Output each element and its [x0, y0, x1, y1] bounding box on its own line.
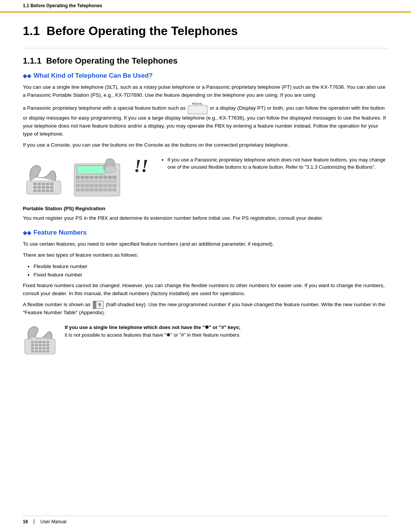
chapter-number: 1.1 [23, 24, 40, 38]
feature-para4: A flexible number is shown as 0 (half-sh… [23, 301, 388, 317]
svg-rect-2 [38, 183, 41, 185]
svg-rect-66 [46, 344, 49, 346]
feature-numbers-section: ◆◆ Feature Numbers To use certain featur… [23, 229, 388, 317]
phone-images-group [23, 156, 122, 198]
svg-rect-19 [81, 176, 84, 179]
svg-rect-17 [77, 166, 105, 174]
footer-manual-label: User Manual [40, 519, 66, 524]
subsection1-para2: a Panasonic proprietary telephone with a… [23, 102, 388, 138]
svg-rect-64 [39, 344, 41, 346]
svg-rect-45 [76, 189, 80, 191]
svg-rect-34 [108, 180, 112, 183]
svg-rect-40 [94, 184, 98, 187]
footer-divider [34, 519, 34, 524]
svg-rect-67 [31, 347, 34, 349]
subsection1-para2-pre: a Panasonic proprietary telephone with a… [23, 105, 186, 111]
svg-rect-53 [113, 189, 116, 191]
notice-text-box: If you use a Panasonic proprietary telep… [161, 156, 388, 173]
svg-rect-27 [76, 180, 80, 183]
svg-rect-57 [31, 341, 34, 343]
breadcrumb: 1.1 Before Operating the Telephones [0, 0, 411, 13]
feature-bullet-1: Flexible feature number [33, 262, 388, 271]
subsection1-para3-text: If you use a Console, you can use the bu… [23, 142, 289, 148]
svg-rect-51 [104, 189, 107, 191]
ps-registration-block: Portable Station (PS) Registration You m… [23, 205, 388, 222]
svg-rect-65 [43, 344, 45, 346]
svg-rect-32 [99, 180, 102, 183]
svg-rect-73 [35, 350, 38, 352]
page-number: 16 [23, 519, 28, 524]
svg-rect-42 [104, 184, 107, 187]
notice-bullets: If you use a Panasonic proprietary telep… [161, 156, 388, 171]
svg-rect-29 [85, 180, 89, 183]
svg-rect-49 [94, 189, 98, 191]
svg-rect-68 [35, 347, 38, 349]
svg-rect-11 [33, 190, 37, 192]
svg-rect-26 [113, 176, 116, 179]
redial-label: REDIAL [192, 102, 203, 105]
notice-bullet-1: If you use a Panasonic proprietary telep… [167, 156, 388, 171]
svg-rect-62 [31, 344, 34, 346]
svg-rect-39 [90, 184, 93, 187]
svg-rect-18 [76, 176, 80, 179]
subsection1-para3: If you use a Console, you can use the bu… [23, 141, 388, 149]
bottom-note-bold: If you use a single line telephone which… [65, 324, 241, 330]
svg-rect-6 [33, 186, 37, 189]
svg-rect-70 [43, 347, 45, 349]
bottom-note-text: If you use a single line telephone which… [65, 324, 388, 342]
svg-rect-46 [81, 189, 84, 191]
subsection1-title-text: What Kind of Telephone Can Be Used? [33, 72, 153, 80]
feature-bullet-2: Fixed feature number [33, 271, 388, 279]
svg-rect-74 [39, 350, 41, 352]
svg-rect-12 [38, 190, 41, 192]
ps-registration-heading: Portable Station (PS) Registration [23, 205, 388, 213]
slt-phone-image [23, 160, 65, 198]
svg-rect-20 [85, 176, 89, 179]
svg-rect-10 [50, 186, 53, 189]
svg-rect-52 [108, 189, 112, 191]
svg-rect-13 [42, 190, 45, 192]
chapter-title-text: Before Operating the Telephones [46, 24, 238, 38]
notice-icon: !! [133, 156, 150, 177]
svg-rect-44 [113, 184, 116, 187]
subsection1-para1-text: You can use a single line telephone (SLT… [23, 84, 386, 98]
slt-phone-small-image [23, 324, 57, 356]
svg-rect-37 [81, 184, 84, 187]
svg-rect-59 [39, 341, 41, 343]
redial-key: REDIAL [188, 102, 207, 114]
section-title: 1.1.1 Before Operating the Telephones [23, 56, 388, 66]
image-note-row: !! If you use a Panasonic proprietary te… [23, 156, 388, 198]
svg-rect-4 [46, 183, 49, 185]
subsection1-para1-block: You can use a single line telephone (SLT… [23, 83, 388, 149]
feature-para2: There are two types of feature numbers a… [23, 251, 388, 259]
svg-rect-58 [35, 341, 38, 343]
svg-rect-31 [94, 180, 98, 183]
svg-rect-1 [33, 183, 37, 185]
svg-rect-7 [38, 186, 41, 189]
svg-rect-50 [99, 189, 102, 191]
bottom-note-rest: it is not possible to access features th… [65, 332, 241, 338]
subsection1-title: ◆◆ What Kind of Telephone Can Be Used? [23, 72, 388, 80]
svg-rect-14 [46, 190, 49, 192]
bottom-note-para: If you use a single line telephone which… [65, 324, 388, 339]
svg-rect-9 [46, 186, 49, 189]
subsection2-title-text: Feature Numbers [33, 229, 87, 236]
svg-rect-22 [94, 176, 98, 179]
svg-rect-21 [90, 176, 93, 179]
svg-rect-33 [104, 180, 107, 183]
svg-rect-25 [108, 176, 112, 179]
svg-rect-8 [42, 186, 45, 189]
svg-rect-35 [113, 180, 116, 183]
breadcrumb-text: 1.1 Before Operating the Telephones [23, 3, 102, 8]
svg-rect-47 [85, 189, 89, 191]
feature-bullets: Flexible feature number Fixed feature nu… [23, 262, 388, 279]
section-title-text: Before Operating the Telephones [46, 56, 178, 66]
svg-rect-60 [43, 341, 45, 343]
svg-rect-36 [76, 184, 80, 187]
svg-rect-24 [104, 176, 107, 179]
svg-rect-69 [39, 347, 41, 349]
svg-rect-75 [43, 350, 45, 352]
half-shaded-key: 0 [93, 301, 104, 309]
diamond-icon-2: ◆◆ [23, 230, 31, 236]
feature-para1: To use certain features, you need to ent… [23, 240, 388, 248]
